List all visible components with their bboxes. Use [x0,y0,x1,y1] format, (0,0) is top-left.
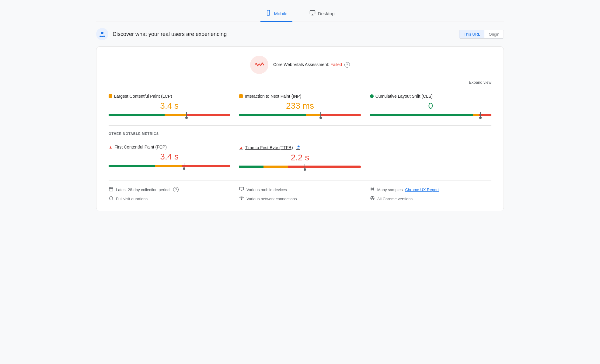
cls-indicator [480,112,481,118]
metric-empty [370,142,491,171]
metric-lcp-label[interactable]: Largest Contentful Paint (LCP) [109,94,230,99]
network-text: Various network connections [246,197,297,201]
other-metrics-label: OTHER NOTABLE METRICS [109,132,491,135]
svg-point-7 [101,36,103,37]
footer-network: Various network connections [239,196,361,202]
svg-point-21 [371,189,372,190]
assessment-status: Failed [330,62,342,67]
lcp-dot [109,94,112,98]
lcp-value: 3.4 s [109,101,230,111]
chrome-icon [370,196,375,202]
ttfb-indicator [305,164,305,170]
tab-mobile[interactable]: Mobile [260,6,292,22]
metric-fcp-label[interactable]: ▲ First Contentful Paint (FCP) [109,145,230,149]
tab-desktop-label: Desktop [318,11,335,16]
svg-point-26 [241,199,242,200]
inp-indicator [320,112,321,118]
section-divider [109,125,491,126]
svg-point-20 [373,188,374,189]
cls-bar-red [479,114,491,116]
this-url-button[interactable]: This URL [459,30,484,38]
inp-dot [239,94,243,98]
avatar-icon [96,28,108,40]
ttfb-bar-green [239,166,263,168]
svg-point-28 [372,198,373,199]
header-left: Discover what your real users are experi… [96,28,227,40]
collection-period-help-icon[interactable]: ? [173,187,179,192]
samples-text: Many samples [377,187,403,192]
timer-icon [109,196,113,202]
svg-point-6 [99,36,101,37]
chrome-versions-text: All Chrome versions [377,197,413,201]
visit-durations-text: Full visit durations [116,197,148,201]
tab-mobile-label: Mobile [274,11,287,16]
footer-chrome-versions: All Chrome versions [370,196,491,202]
ttfb-beaker-icon: ⚗ [296,145,300,150]
inp-bar-red [321,114,361,116]
tab-desktop[interactable]: Desktop [305,6,340,22]
assessment-icon [250,56,268,74]
footer-collection-period: Latest 28-day collection period ? [109,187,230,193]
mobile-icon [265,10,271,17]
fcp-value: 3.4 s [109,152,230,162]
header-title: Discover what your real users are experi… [113,31,227,37]
svg-point-5 [101,32,103,34]
footer-info: Latest 28-day collection period ? Variou… [109,180,491,202]
url-toggle: This URL Origin [459,30,504,39]
footer-visit-durations: Full visit durations [109,196,230,202]
metric-inp-label[interactable]: Interaction to Next Paint (INP) [239,94,361,99]
assessment-title: Core Web Vitals Assessment: Failed ? [273,62,350,68]
assessment-help-icon[interactable]: ? [344,62,350,68]
fcp-indicator [184,163,184,169]
svg-point-18 [372,189,373,190]
chrome-ux-report-link[interactable]: Chrome UX Report [405,187,439,192]
metric-ttfb-label[interactable]: ▲ Time to First Byte (TTFB) ⚗ [239,145,361,150]
fcp-triangle-icon: ▲ [109,145,113,149]
lcp-indicator [186,112,187,118]
inp-bar [239,114,361,116]
lcp-bar-orange [165,114,187,116]
svg-point-8 [103,36,105,37]
lcp-bar [109,114,230,116]
svg-rect-0 [267,10,270,16]
assessment-title-prefix: Core Web Vitals Assessment: [273,62,330,67]
lcp-bar-green [109,114,165,116]
metric-ttfb: ▲ Time to First Byte (TTFB) ⚗ 2.2 s [239,142,361,171]
network-icon [239,196,244,202]
tab-bar: Mobile Desktop [96,6,504,22]
metric-cls-label[interactable]: Cumulative Layout Shift (CLS) [370,94,491,99]
cls-value: 0 [370,101,491,111]
fcp-bar-green [109,165,155,167]
svg-point-22 [373,189,374,190]
cls-bar-orange [473,114,479,116]
collection-period-text: Latest 28-day collection period [116,187,169,192]
header-row: Discover what your real users are experi… [96,28,504,40]
ttfb-bar-orange [263,166,288,168]
expand-row: Expand view [109,80,491,85]
fcp-bar-red [182,165,230,167]
footer-mobile-devices: Various mobile devices [239,187,361,193]
origin-button[interactable]: Origin [484,30,504,38]
metric-cls: Cumulative Layout Shift (CLS) 0 [370,91,491,119]
metric-lcp: Largest Contentful Paint (LCP) 3.4 s [109,91,230,119]
main-card: Core Web Vitals Assessment: Failed ? Exp… [96,46,504,211]
mobile-devices-text: Various mobile devices [246,187,287,192]
svg-point-19 [371,188,372,189]
inp-bar-green [239,114,306,116]
monitor-icon [239,187,244,193]
svg-rect-11 [109,187,113,191]
assessment-header: Core Web Vitals Assessment: Failed ? [109,56,491,74]
desktop-icon [309,10,316,17]
ttfb-bar-red [288,166,361,168]
fcp-bar [109,165,230,167]
lcp-bar-red [187,114,230,116]
expand-link[interactable]: Expand view [469,80,491,85]
metric-fcp: ▲ First Contentful Paint (FCP) 3.4 s [109,142,230,171]
footer-samples: Many samples Chrome UX Report [370,187,491,193]
inp-value: 233 ms [239,101,361,111]
svg-rect-15 [240,187,244,190]
cls-bar [370,114,491,116]
ttfb-value: 2.2 s [239,153,361,163]
cls-dot [370,94,374,98]
svg-rect-2 [310,11,315,14]
